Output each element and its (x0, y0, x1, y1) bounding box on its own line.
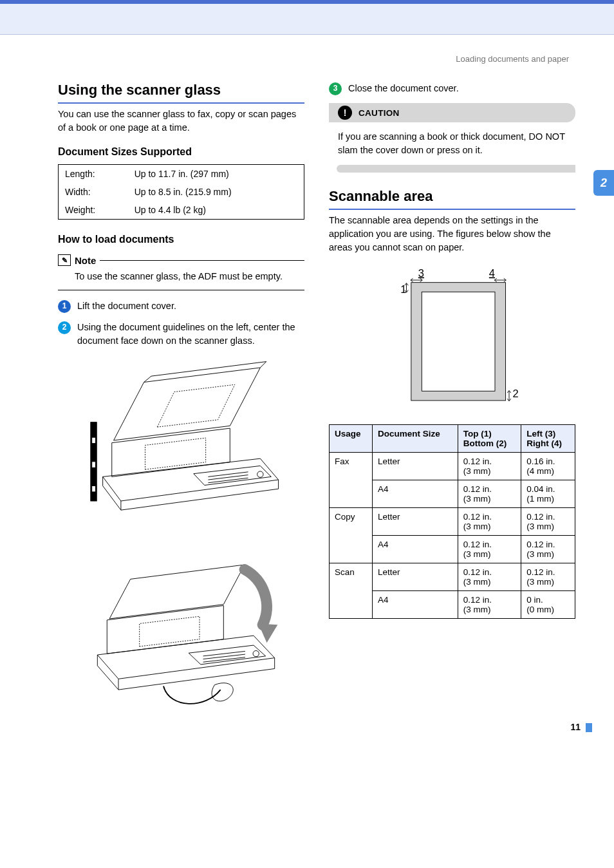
svg-text:3: 3 (418, 267, 423, 279)
document-sizes-table: Length: Up to 11.7 in. (297 mm) Width: U… (58, 164, 304, 220)
th-usage: Usage (330, 425, 373, 453)
length-label: Length: (59, 165, 128, 184)
note-label: Note (75, 255, 96, 266)
scanner-glass-intro: You can use the scanner glass to fax, co… (58, 108, 304, 135)
top-sub-bar (0, 4, 614, 35)
step-number-3: 3 (329, 82, 342, 95)
svg-text:4: 4 (488, 267, 494, 279)
svg-point-5 (253, 651, 259, 657)
svg-point-0 (257, 471, 263, 477)
svg-rect-3 (91, 462, 95, 467)
th-left-right: Left (3) Right (4) (521, 425, 575, 453)
step-2-text: Using the document guidelines on the lef… (77, 321, 304, 348)
caution-icon: ! (338, 106, 352, 120)
caution-label: CAUTION (358, 108, 400, 118)
note-block: ✎ Note To use the scanner glass, the ADF… (58, 254, 304, 290)
scannable-area-intro: The scannable area depends on the settin… (329, 214, 575, 254)
table-row: Fax Letter 0.12 in.(3 mm) 0.16 in.(4 mm) (330, 453, 575, 480)
section-heading-scannable-area: Scannable area (329, 188, 575, 210)
section-heading-scanner-glass: Using the scanner glass (58, 82, 304, 104)
caution-text: If you are scanning a book or thick docu… (329, 129, 575, 157)
step-number-1: 1 (58, 300, 71, 313)
svg-rect-8 (422, 292, 495, 391)
note-icon: ✎ (58, 254, 71, 266)
howto-heading: How to load documents (58, 234, 304, 245)
weight-value: Up to 4.4 lb (2 kg) (128, 201, 304, 220)
length-value: Up to 11.7 in. (297 mm) (128, 165, 304, 184)
note-rule (100, 260, 304, 261)
page-number-mark (586, 723, 592, 732)
figure-scanner-closing (58, 529, 304, 712)
svg-rect-2 (91, 437, 95, 443)
sizes-heading: Document Sizes Supported (58, 146, 304, 158)
th-docsize: Document Size (373, 425, 458, 453)
step-1-text: Lift the document cover. (77, 299, 176, 313)
page-number: 11 (570, 722, 581, 732)
scannable-area-table: Usage Document Size Top (1) Bottom (2) L… (329, 424, 575, 619)
th-top-bottom: Top (1) Bottom (2) (458, 425, 521, 453)
scannable-area-diagram: 1 2 3 4 (369, 266, 536, 410)
step-number-2: 2 (58, 321, 71, 334)
table-row: Copy Letter 0.12 in.(3 mm) 0.12 in.(3 mm… (330, 508, 575, 536)
chapter-tab: 2 (593, 170, 614, 196)
caution-end-bar (337, 165, 575, 173)
weight-label: Weight: (59, 201, 128, 220)
note-text: To use the scanner glass, the ADF must b… (58, 266, 304, 290)
caution-heading-bar: ! CAUTION (329, 103, 575, 122)
svg-text:2: 2 (512, 388, 518, 399)
table-row: Scan Letter 0.12 in.(3 mm) 0.12 in.(3 mm… (330, 563, 575, 591)
breadcrumb: Loading documents and paper (58, 54, 575, 64)
width-label: Width: (59, 183, 128, 201)
svg-text:1: 1 (400, 283, 406, 295)
svg-rect-4 (91, 486, 95, 492)
step-3-text: Close the document cover. (348, 82, 459, 95)
width-value: Up to 8.5 in. (215.9 mm) (128, 183, 304, 201)
svg-marker-6 (258, 624, 277, 643)
figure-scanner-open (58, 355, 304, 516)
